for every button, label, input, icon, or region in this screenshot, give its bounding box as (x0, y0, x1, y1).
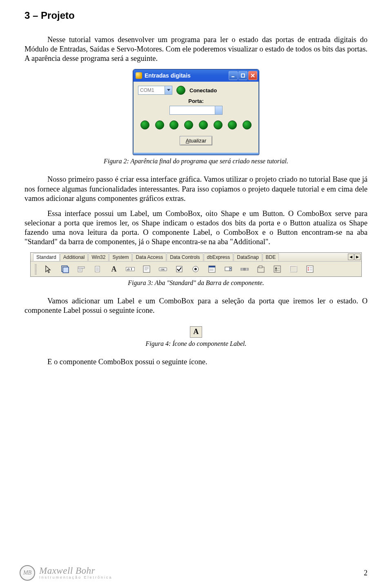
chevron-down-icon (217, 109, 220, 111)
port-label: Porta: (138, 98, 254, 104)
button-icon[interactable]: OK (158, 264, 168, 274)
svg-text:OK: OK (161, 268, 165, 271)
brand-name: Maxwell Bohr (39, 566, 113, 576)
maximize-button[interactable] (238, 71, 247, 80)
radiogroup-icon[interactable] (272, 264, 283, 274)
svg-point-44 (308, 267, 309, 269)
svg-rect-1 (241, 74, 245, 77)
tab-standard[interactable]: Standard (33, 253, 60, 261)
bit-led-icon (155, 120, 164, 129)
svg-text:ab: ab (127, 267, 130, 271)
connection-status: Conectado (189, 87, 217, 94)
com-port-combobox[interactable]: COM1 (138, 86, 172, 95)
memo-icon[interactable] (141, 264, 152, 274)
bit-led-icon (228, 120, 237, 129)
svg-rect-3 (63, 267, 69, 273)
actionlist-icon[interactable] (305, 264, 315, 274)
svg-point-39 (275, 270, 277, 271)
update-button[interactable]: Atualizar (180, 136, 213, 145)
tab-datasnap[interactable]: DataSnap (234, 253, 262, 261)
svg-rect-41 (290, 266, 297, 272)
listbox-icon[interactable] (207, 264, 217, 274)
panel-icon[interactable] (288, 264, 299, 274)
brand-logo-icon: MB (20, 565, 35, 581)
svg-point-37 (275, 267, 277, 269)
paragraph-1: Nesse tutorial vamos desenvolver um prog… (24, 35, 368, 63)
tabs-scroll-right-button[interactable]: ▶ (354, 254, 361, 260)
tabs-scroll: ◀ ▶ (348, 254, 361, 260)
groupbox-icon[interactable] (256, 264, 266, 274)
svg-rect-31 (241, 268, 242, 270)
bit-led-icon (243, 120, 252, 129)
tab-additional[interactable]: Additional (60, 253, 88, 261)
port-combobox[interactable] (169, 106, 223, 115)
svg-rect-15 (143, 266, 150, 272)
bit-led-icon (184, 120, 193, 129)
close-button[interactable] (248, 71, 257, 80)
paragraph-2: Nosso primeiro passo é criar essa interf… (24, 175, 368, 203)
edit-icon[interactable]: ab (125, 264, 136, 274)
tab-dbexpress[interactable]: dbExpress (204, 253, 234, 261)
svg-rect-43 (307, 266, 313, 272)
window-titlebar[interactable]: Entradas digitais (133, 69, 259, 82)
paragraph-5: E o componente ComboBox possui o seguint… (24, 357, 368, 367)
svg-rect-33 (243, 268, 245, 270)
svg-rect-25 (209, 266, 215, 267)
palette-icons: A ab OK (31, 262, 361, 276)
combobox-icon[interactable] (223, 264, 234, 274)
label-icon[interactable]: A (109, 264, 119, 274)
bit-led-icon (169, 120, 178, 129)
checkbox-icon[interactable] (174, 264, 185, 274)
tab-system[interactable]: System (109, 253, 132, 261)
paragraph-3: Essa interface possui um Label, um Combo… (24, 209, 368, 247)
mainmenu-icon[interactable] (76, 264, 87, 274)
palette-tabs: Standard Additional Win32 System Data Ac… (31, 253, 361, 262)
connection-led-icon (176, 86, 185, 95)
figure4-caption: Figura 4: Ícone do componente Label. (24, 340, 368, 347)
page-number: 2 (364, 569, 368, 577)
radiobutton-icon[interactable] (190, 264, 201, 274)
tabs-scroll-left-button[interactable]: ◀ (348, 254, 354, 260)
update-button-accel: A (186, 138, 189, 144)
component-palette: Standard Additional Win32 System Data Ac… (30, 252, 362, 277)
frames-icon[interactable] (60, 264, 70, 274)
page-footer: MB Maxwell Bohr Instrumentação Eletrônic… (20, 565, 368, 581)
svg-rect-35 (259, 266, 262, 268)
popupmenu-icon[interactable] (92, 264, 103, 274)
tab-data-controls[interactable]: Data Controls (167, 253, 203, 261)
label-component-icon: A (190, 326, 202, 338)
figure3-caption: Figura 3: Aba "Standard" da Barra de com… (24, 279, 368, 287)
svg-point-23 (194, 268, 197, 270)
chevron-down-icon (167, 89, 170, 91)
minimize-button[interactable] (229, 71, 238, 80)
bits-row (138, 120, 254, 129)
section-heading: 3 – Projeto (24, 10, 368, 21)
grip-icon (35, 264, 37, 274)
bit-led-icon (199, 120, 208, 129)
update-button-rest: tualizar (189, 138, 206, 144)
bit-led-icon (140, 120, 149, 129)
app-icon (136, 72, 142, 79)
brand-subtitle: Instrumentação Eletrônica (39, 576, 113, 579)
tab-bde[interactable]: BDE (263, 253, 279, 261)
com-port-value: COM1 (140, 87, 154, 93)
app-window: Entradas digitais COM1 (133, 69, 259, 155)
svg-rect-4 (78, 267, 85, 268)
window-title: Entradas digitais (145, 72, 228, 79)
bit-led-icon (214, 120, 223, 129)
svg-rect-32 (247, 268, 249, 270)
scrollbar-icon[interactable] (239, 264, 250, 274)
svg-point-46 (308, 270, 309, 271)
tab-data-access[interactable]: Data Access (132, 253, 166, 261)
figure2-caption: Figura 2: Aparência final do programa qu… (24, 158, 368, 165)
svg-rect-36 (274, 266, 281, 272)
svg-rect-5 (78, 268, 82, 272)
window-footer-strip (133, 153, 259, 155)
pointer-icon[interactable] (43, 264, 54, 274)
svg-rect-0 (232, 76, 234, 77)
tab-win32[interactable]: Win32 (88, 253, 109, 261)
paragraph-4: Vamos adicionar um Label e um ComboBox p… (24, 296, 368, 315)
